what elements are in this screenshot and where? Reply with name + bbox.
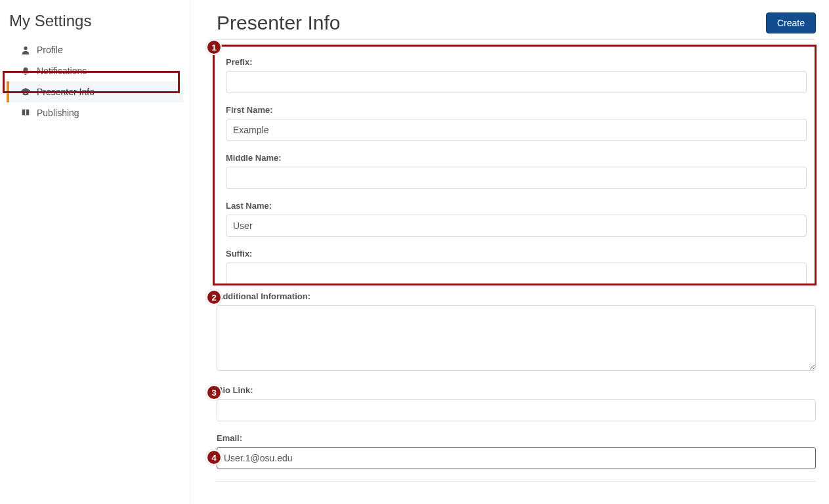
field-additional-info: Additional Information: — [217, 291, 816, 373]
input-suffix[interactable] — [226, 262, 807, 285]
label-suffix: Suffix: — [226, 249, 807, 259]
page-title: Presenter Info — [217, 12, 340, 34]
label-middle-name: Middle Name: — [226, 153, 807, 163]
grad-cap-icon — [21, 87, 30, 96]
label-prefix: Prefix: — [226, 57, 807, 67]
sidebar-item-profile[interactable]: Profile — [7, 39, 183, 60]
field-email: Email: — [217, 433, 816, 469]
input-middle-name[interactable] — [226, 167, 807, 189]
bottom-divider — [217, 481, 816, 482]
input-prefix[interactable] — [226, 71, 807, 93]
field-middle-name: Middle Name: — [226, 153, 807, 189]
sidebar-item-notifications[interactable]: Notifications — [7, 60, 183, 81]
book-icon — [21, 108, 30, 117]
sidebar-item-label: Profile — [37, 45, 63, 55]
field-prefix: Prefix: — [226, 57, 807, 93]
sidebar-item-presenter-info[interactable]: Presenter Info — [7, 81, 183, 102]
input-bio-link[interactable] — [217, 399, 816, 421]
input-additional-info[interactable] — [217, 305, 816, 371]
sidebar-title: My Settings — [9, 12, 183, 30]
label-email: Email: — [217, 433, 816, 443]
field-first-name: First Name: — [226, 105, 807, 141]
field-last-name: Last Name: — [226, 201, 807, 237]
sidebar-item-label: Notifications — [37, 66, 87, 76]
field-bio-link: Bio Link: — [217, 385, 816, 421]
presenter-form: Prefix: First Name: Middle Name: Last Na… — [217, 45, 816, 469]
input-last-name[interactable] — [226, 215, 807, 237]
label-first-name: First Name: — [226, 105, 807, 115]
input-first-name[interactable] — [226, 119, 807, 141]
sidebar-list: Profile Notifications Presenter Info Pub… — [7, 39, 183, 123]
sidebar-item-publishing[interactable]: Publishing — [7, 102, 183, 123]
sidebar: My Settings Profile Notifications Presen… — [0, 0, 190, 504]
main: Presenter Info Create Prefix: First Name… — [190, 0, 829, 504]
person-icon — [21, 45, 30, 54]
label-bio-link: Bio Link: — [217, 385, 816, 395]
field-suffix: Suffix: — [226, 249, 807, 285]
label-additional-info: Additional Information: — [217, 291, 816, 301]
main-header: Presenter Info Create — [217, 12, 816, 34]
bell-icon — [21, 66, 30, 75]
label-last-name: Last Name: — [226, 201, 807, 211]
create-button[interactable]: Create — [766, 12, 816, 33]
input-email[interactable] — [217, 447, 816, 469]
divider — [217, 39, 816, 40]
sidebar-item-label: Publishing — [37, 108, 79, 118]
sidebar-item-label: Presenter Info — [37, 87, 95, 97]
